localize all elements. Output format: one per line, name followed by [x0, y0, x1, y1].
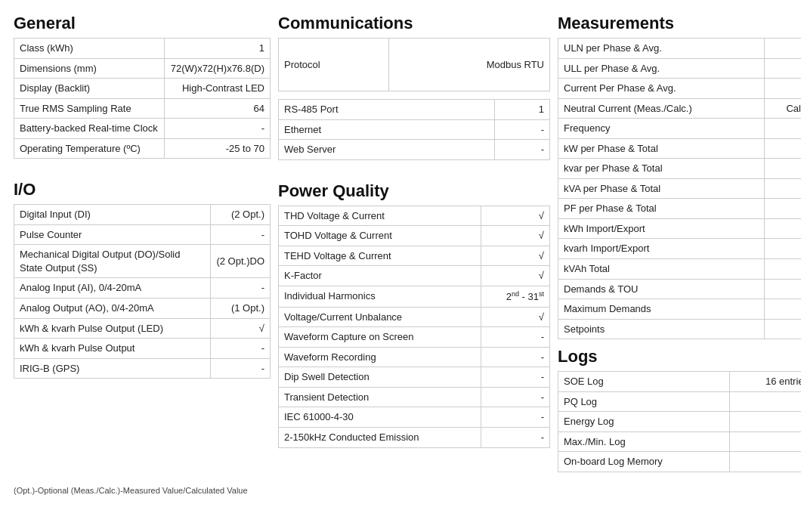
row-value: √: [765, 319, 801, 339]
row-value: 72(W)x72(H)x76.8(D): [164, 58, 270, 79]
row-label: Mechanical Digital Output (DO)/Solid Sta…: [14, 245, 211, 278]
table-row: IEC 61000-4-30-: [279, 407, 550, 428]
row-value: √: [765, 178, 801, 199]
table-row: Maximum Demands√: [558, 299, 802, 320]
row-value: -: [211, 358, 271, 379]
table-row: Transient Detection-: [279, 387, 550, 407]
table-row: Dimensions (mm)72(W)x72(H)x76.8(D): [14, 58, 271, 79]
row-value: Calc.: [765, 98, 801, 119]
general-table: Class (kWh)1Dimensions (mm)72(W)x72(H)x7…: [14, 38, 271, 159]
row-value: -: [164, 119, 270, 139]
row-value: (1 Opt.): [211, 298, 271, 319]
row-label: IRIG-B (GPS): [14, 358, 211, 379]
row-label: ULN per Phase & Avg.: [558, 39, 765, 59]
row-value: √: [765, 39, 801, 59]
row-value: -: [481, 407, 550, 428]
protocol-row: Protocol Modbus RTU: [279, 39, 550, 91]
row-label: Max./Min. Log: [558, 431, 730, 452]
table-row: Analog Output (AO), 0/4-20mA(1 Opt.): [14, 298, 271, 319]
pq-title: Power Quality: [278, 181, 550, 201]
row-label: IEC 61000-4-30: [279, 407, 481, 428]
row-value: √: [481, 307, 550, 327]
row-label: Dimensions (mm): [14, 58, 165, 79]
row-label: Digital Input (DI): [14, 205, 211, 225]
table-row: SOE Log16 entries: [558, 372, 802, 392]
row-label: Current Per Phase & Avg.: [558, 79, 765, 99]
row-value: √: [765, 79, 801, 99]
row-label: kVA per Phase & Total: [558, 178, 765, 199]
table-row: Energy Log-: [558, 412, 802, 432]
row-label: True RMS Sampling Rate: [14, 98, 165, 119]
comms-table: RS-485 Port1Ethernet-Web Server-: [278, 99, 550, 160]
table-row: Waveform Capture on Screen-: [279, 327, 550, 348]
row-value: -25 to 70: [164, 138, 270, 159]
row-label: THD Voltage & Current: [279, 206, 481, 226]
table-row: On-board Log Memory-: [558, 452, 802, 472]
row-label: Maximum Demands: [558, 299, 765, 320]
table-row: Individual Harmonics2nd - 31st: [279, 286, 550, 307]
table-row: RS-485 Port1: [279, 100, 550, 120]
table-row: kVA per Phase & Total√: [558, 178, 802, 199]
table-row: Display (Backlit)High-Contrast LED: [14, 79, 271, 99]
logs-title: Logs: [558, 347, 801, 367]
row-label: Battery-backed Real-time Clock: [14, 119, 165, 139]
row-label: kVAh Total: [558, 259, 765, 280]
row-label: On-board Log Memory: [558, 452, 730, 472]
table-row: Neutral Current (Meas./Calc.)Calc.: [558, 98, 802, 119]
row-label: kWh & kvarh Pulse Output (LED): [14, 318, 211, 339]
row-value: 1: [164, 39, 270, 59]
row-label: Energy Log: [558, 412, 730, 432]
row-label: Neutral Current (Meas./Calc.): [558, 98, 765, 119]
row-label: kvarh Import/Export: [558, 239, 765, 259]
general-section: General Class (kWh)1Dimensions (mm)72(W)…: [14, 14, 271, 480]
row-value: √: [765, 199, 801, 219]
row-value: -: [729, 452, 801, 472]
row-label: Operating Temperature (ºC): [14, 138, 165, 159]
table-row: Analog Input (AI), 0/4-20mA-: [14, 278, 271, 298]
row-value: √: [481, 226, 550, 246]
table-row: Battery-backed Real-time Clock-: [14, 119, 271, 139]
row-value: -: [729, 391, 801, 412]
row-value: -: [481, 427, 550, 447]
row-label: 2-150kHz Conducted Emission: [279, 427, 481, 447]
row-value: -: [729, 412, 801, 432]
io-title: I/O: [14, 180, 271, 200]
table-row: kvar per Phase & Total√: [558, 159, 802, 179]
row-label: Waveform Capture on Screen: [279, 327, 481, 348]
row-label: Class (kWh): [14, 39, 165, 59]
row-value: √: [481, 246, 550, 266]
row-label: RS-485 Port: [279, 100, 495, 120]
table-row: 2-150kHz Conducted Emission-: [279, 427, 550, 447]
row-value: √: [765, 119, 801, 139]
row-label: Frequency: [558, 119, 765, 139]
row-label: Dip Swell Detection: [279, 367, 481, 388]
row-value: √: [765, 159, 801, 179]
row-value: -: [494, 119, 549, 140]
row-value: 16 entries: [729, 372, 801, 392]
table-row: ULL per Phase & Avg.√: [558, 58, 802, 79]
row-label: kW per Phase & Total: [558, 138, 765, 159]
row-label: Individual Harmonics: [279, 286, 481, 307]
table-row: K-Factor√: [279, 266, 550, 286]
row-label: Demands & TOU: [558, 279, 765, 299]
row-value: √: [765, 138, 801, 159]
table-row: Frequency√: [558, 119, 802, 139]
table-row: Waveform Recording-: [279, 347, 550, 367]
table-row: PF per Phase & Total√: [558, 199, 802, 219]
row-value: √: [765, 299, 801, 320]
table-row: kWh Import/Export√: [558, 218, 802, 239]
logs-table: SOE Log16 entriesPQ Log-Energy Log-Max./…: [558, 371, 801, 472]
general-title: General: [14, 14, 271, 33]
table-row: Ethernet-: [279, 119, 550, 140]
row-value: -: [211, 339, 271, 359]
row-value: High-Contrast LED: [164, 79, 270, 99]
row-label: kWh Import/Export: [558, 218, 765, 239]
footer-note: (Opt.)-Optional (Meas./Calc.)-Measured V…: [14, 486, 801, 495]
row-label: Analog Input (AI), 0/4-20mA: [14, 278, 211, 298]
row-value: √: [765, 239, 801, 259]
table-row: kWh & kvarh Pulse Output-: [14, 339, 271, 359]
row-label: PQ Log: [558, 391, 730, 412]
table-row: ULN per Phase & Avg.√: [558, 39, 802, 59]
row-value: (2 Opt.)DO: [211, 245, 271, 278]
row-value: -: [481, 387, 550, 407]
